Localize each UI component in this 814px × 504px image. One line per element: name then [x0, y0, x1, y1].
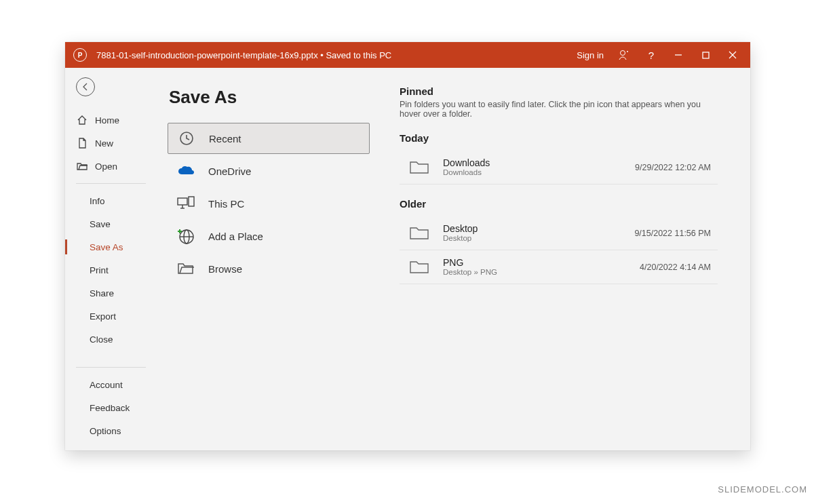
account-manager-icon[interactable]: [610, 42, 638, 68]
nav-label: Home: [95, 115, 119, 125]
folder-row-desktop[interactable]: Desktop Desktop 9/15/2022 11:56 PM: [400, 216, 718, 250]
close-button[interactable]: [719, 42, 746, 68]
nav-label: Open: [95, 161, 117, 172]
add-place-icon: [177, 227, 195, 245]
clock-icon: [178, 130, 195, 147]
nav-label: Feedback: [90, 403, 130, 413]
location-onedrive[interactable]: OneDrive: [168, 155, 370, 187]
nav-label: New: [95, 138, 113, 149]
nav-label: Options: [90, 426, 121, 436]
location-add-place[interactable]: Add a Place: [168, 220, 370, 252]
nav-label: Account: [90, 380, 123, 390]
nav-label: Close: [90, 334, 113, 345]
folder-time: 9/29/2022 12:02 AM: [635, 163, 718, 172]
nav-save[interactable]: Save: [65, 212, 157, 235]
back-button[interactable]: [76, 77, 95, 96]
nav-label: Print: [90, 265, 109, 275]
folder-row-downloads[interactable]: Downloads Downloads 9/29/2022 12:02 AM: [400, 151, 718, 185]
nav-account[interactable]: Account: [65, 373, 157, 396]
folder-icon: [408, 258, 431, 277]
folder-row-png[interactable]: PNG Desktop » PNG 4/20/2022 4:14 AM: [400, 250, 718, 284]
older-heading: Older: [400, 198, 718, 210]
pinned-heading: Pinned: [400, 85, 718, 97]
nav-info[interactable]: Info: [65, 189, 157, 212]
folder-time: 4/20/2022 4:14 AM: [640, 263, 718, 272]
sign-in-link[interactable]: Sign in: [570, 50, 610, 60]
divider: [76, 183, 146, 184]
location-label: OneDrive: [208, 166, 251, 177]
window-title: 7881-01-self-introduction-powerpoint-tem…: [96, 50, 391, 60]
home-icon: [76, 114, 88, 126]
nav-open[interactable]: Open: [65, 155, 157, 178]
nav-new[interactable]: New: [65, 132, 157, 155]
nav-save-as[interactable]: Save As: [65, 235, 157, 258]
powerpoint-icon: P: [73, 48, 87, 62]
folder-time: 9/15/2022 11:56 PM: [634, 229, 718, 238]
folder-path: Desktop: [443, 234, 634, 244]
location-this-pc[interactable]: This PC: [168, 188, 370, 219]
location-label: Browse: [208, 263, 242, 275]
folder-open-icon: [177, 260, 195, 277]
nav-label: Save: [90, 219, 111, 229]
file-icon: [76, 137, 88, 149]
location-label: This PC: [208, 198, 244, 210]
folder-open-icon: [76, 160, 88, 172]
help-icon[interactable]: ?: [638, 42, 665, 68]
nav-home[interactable]: Home: [65, 109, 157, 132]
recent-folders-pane: Pinned Pin folders you want to easily fi…: [381, 68, 750, 450]
location-label: Recent: [209, 133, 241, 144]
filename: 7881-01-self-introduction-powerpoint-tem…: [96, 50, 318, 60]
nav-options[interactable]: Options: [65, 419, 157, 442]
svg-rect-3: [703, 52, 709, 58]
pinned-subtext: Pin folders you want to easily find late…: [400, 100, 718, 119]
this-pc-icon: [177, 195, 195, 212]
nav-close[interactable]: Close: [65, 328, 157, 351]
location-browse[interactable]: Browse: [168, 253, 370, 284]
svg-rect-7: [178, 198, 187, 205]
svg-point-1: [627, 51, 628, 52]
nav-print[interactable]: Print: [65, 258, 157, 282]
save-status: Saved to this PC: [326, 50, 391, 60]
title-bar: P 7881-01-self-introduction-powerpoint-t…: [65, 42, 750, 68]
locations-pane: Save As Recent OneDrive This PC: [157, 68, 381, 450]
folder-name: PNG: [443, 257, 640, 268]
nav-label: Share: [90, 288, 114, 298]
location-recent[interactable]: Recent: [168, 123, 370, 154]
maximize-button[interactable]: [692, 42, 719, 68]
page-title: Save As: [168, 87, 370, 108]
folder-icon: [408, 224, 431, 243]
nav-label: Info: [90, 196, 105, 206]
svg-rect-8: [189, 197, 194, 206]
folder-name: Desktop: [443, 223, 634, 234]
minimize-button[interactable]: [665, 42, 692, 68]
app-window: P 7881-01-self-introduction-powerpoint-t…: [65, 42, 750, 450]
folder-path: Downloads: [443, 168, 635, 178]
today-heading: Today: [400, 132, 718, 144]
folder-name: Downloads: [443, 157, 635, 168]
nav-feedback[interactable]: Feedback: [65, 396, 157, 419]
nav-export[interactable]: Export: [65, 305, 157, 328]
svg-point-0: [621, 51, 625, 56]
nav-label: Export: [90, 311, 116, 322]
folder-path: Desktop » PNG: [443, 268, 640, 277]
nav-label: Save As: [90, 242, 123, 252]
onedrive-icon: [177, 162, 195, 180]
folder-icon: [408, 158, 431, 177]
backstage-sidebar: Home New Open Info Save Save As Print Sh…: [65, 68, 157, 450]
watermark: SLIDEMODEL.COM: [718, 484, 807, 495]
location-label: Add a Place: [208, 231, 263, 242]
nav-share[interactable]: Share: [65, 282, 157, 305]
divider: [76, 367, 146, 368]
